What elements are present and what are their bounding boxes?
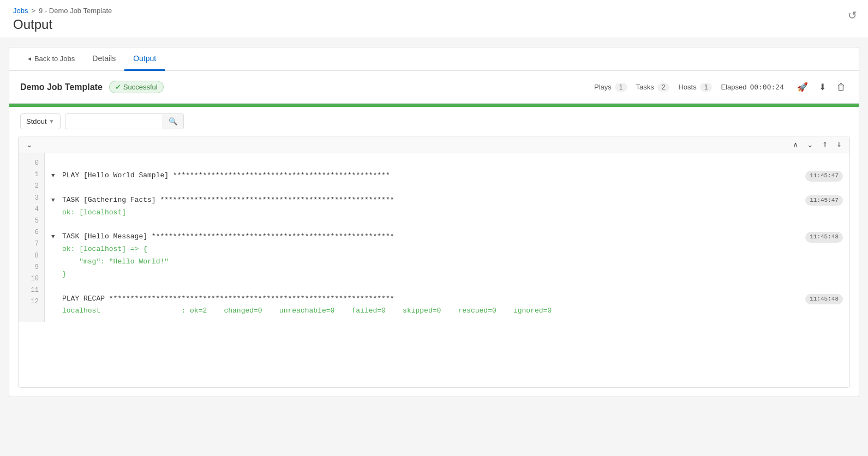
- tab-details[interactable]: Details: [83, 47, 124, 71]
- scroll-down-button[interactable]: ⌄: [804, 139, 817, 151]
- output-line: "msg": "Hello World!": [45, 256, 849, 268]
- search-button[interactable]: 🔍: [163, 113, 184, 129]
- line-content: localhost : ok=2 changed=0 unreachable=0…: [62, 305, 843, 317]
- line-number: 5: [19, 215, 44, 227]
- tab-back[interactable]: Back to Jobs: [18, 48, 83, 71]
- scroll-to-top-button[interactable]: ∧: [789, 139, 801, 151]
- output-line: [45, 281, 849, 293]
- download-button[interactable]: ⬇: [817, 80, 828, 94]
- line-content: PLAY [Hello World Sample] **************…: [62, 170, 801, 182]
- output-line: ok: [localhost]: [45, 207, 849, 219]
- timestamp-badge: 11:45:47: [805, 171, 843, 182]
- history-icon[interactable]: ↺: [848, 9, 857, 22]
- line-toggle[interactable]: ▼: [51, 196, 58, 206]
- output-line: localhost : ok=2 changed=0 unreachable=0…: [45, 305, 849, 317]
- output-line: ▼PLAY [Hello World Sample] *************…: [45, 170, 849, 182]
- breadcrumb-current: 9 - Demo Job Template: [39, 7, 112, 15]
- line-toggle[interactable]: ▼: [51, 171, 58, 181]
- stdout-select[interactable]: Stdout ▼: [20, 113, 61, 129]
- tasks-label: Tasks: [636, 83, 654, 91]
- line-content: ok: [localhost]: [62, 207, 843, 219]
- timestamp-badge: 11:45:48: [805, 232, 843, 243]
- search-input[interactable]: [65, 113, 163, 129]
- elapsed-value: 00:00:24: [750, 83, 784, 91]
- breadcrumb-separator: >: [31, 7, 35, 15]
- line-number: 3: [19, 193, 44, 204]
- rocket-button[interactable]: 🚀: [795, 80, 810, 94]
- plays-count: 1: [615, 83, 627, 92]
- line-number: 1: [19, 169, 44, 181]
- output-line: ▼TASK [Hello Message] ******************…: [45, 231, 849, 243]
- tasks-count: 2: [657, 83, 670, 92]
- line-number: 11: [19, 285, 44, 296]
- elapsed-label: Elapsed: [721, 83, 746, 91]
- output-line: ok: [localhost] => {: [45, 243, 849, 256]
- line-content: TASK [Hello Message] *******************…: [62, 231, 801, 243]
- line-number: 4: [19, 204, 44, 215]
- output-line: [45, 158, 849, 170]
- dropdown-arrow: ▼: [49, 118, 55, 124]
- line-number: 0: [19, 158, 44, 169]
- timestamp-badge: 11:45:48: [805, 294, 843, 305]
- line-content: "msg": "Hello World!": [62, 256, 843, 268]
- page-title: Output: [13, 17, 855, 32]
- line-number: 7: [19, 238, 44, 250]
- line-number: 6: [19, 227, 44, 238]
- line-toggle[interactable]: ▼: [51, 232, 58, 242]
- output-line: }: [45, 268, 849, 281]
- line-content: PLAY RECAP *****************************…: [62, 293, 801, 305]
- line-number: 12: [19, 296, 44, 308]
- status-badge: ✔ Successful: [109, 81, 164, 93]
- breadcrumb: Jobs > 9 - Demo Job Template: [13, 7, 855, 15]
- line-number: 2: [19, 181, 44, 192]
- timestamp-badge: 11:45:47: [805, 195, 843, 206]
- check-icon: ✔: [115, 83, 121, 91]
- output-line: [45, 182, 849, 194]
- tab-output[interactable]: Output: [124, 47, 165, 71]
- collapse-all-button[interactable]: ⌄: [23, 139, 36, 151]
- hosts-count: 1: [700, 83, 713, 92]
- line-content: ok: [localhost] => {: [62, 244, 843, 255]
- plays-label: Plays: [594, 83, 612, 91]
- jump-to-top-button[interactable]: ⇑: [819, 139, 831, 151]
- line-number: 9: [19, 262, 44, 273]
- line-content: TASK [Gathering Facts] *****************…: [62, 195, 801, 206]
- breadcrumb-jobs[interactable]: Jobs: [13, 7, 28, 15]
- line-number: 10: [19, 273, 44, 285]
- output-line: ▼TASK [Gathering Facts] ****************…: [45, 194, 849, 207]
- line-content: }: [62, 269, 843, 280]
- jump-to-bottom-button[interactable]: ⇓: [833, 139, 845, 151]
- delete-button[interactable]: 🗑: [835, 80, 848, 94]
- job-title: Demo Job Template: [20, 82, 103, 92]
- output-body: 0123456789101112 ▼PLAY [Hello World Samp…: [19, 153, 849, 322]
- hosts-label: Hosts: [678, 83, 696, 91]
- output-line: [45, 219, 849, 231]
- line-number: 8: [19, 250, 44, 262]
- output-line: PLAY RECAP *****************************…: [45, 293, 849, 305]
